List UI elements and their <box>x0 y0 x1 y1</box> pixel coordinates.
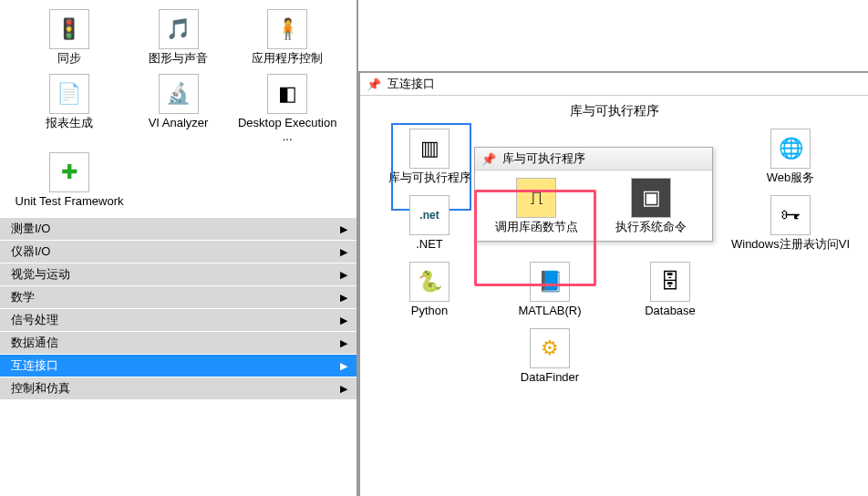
flyout-item-dotnet[interactable]: .net .NET <box>369 191 490 258</box>
report-gen-icon: 📄 <box>49 74 89 114</box>
chevron-right-icon: ▶ <box>340 360 347 372</box>
libraries-subflyout: 📌 库与可执行程序 ⎍ 调用库函数节点 ▣ 执行系统命令 <box>474 147 713 242</box>
chevron-right-icon: ▶ <box>340 246 347 258</box>
palette-item-graphics-sound[interactable]: 🎵 图形与声音 <box>124 5 233 70</box>
flyout-item-matlab[interactable]: 📘 MATLAB(R) <box>490 258 610 325</box>
chevron-right-icon: ▶ <box>340 292 347 304</box>
flyout-item-datafinder[interactable]: ⚙ DataFinder <box>490 325 610 391</box>
menu-connectivity[interactable]: 互连接口▶ <box>0 354 356 377</box>
pin-icon[interactable]: 📌 <box>366 78 382 90</box>
windows-registry-icon: 🗝 <box>770 195 811 235</box>
subflyout-item-system-exec[interactable]: ▣ 执行系统命令 <box>594 178 708 233</box>
label: DataFinder <box>490 370 610 384</box>
connectivity-flyout: 📌 互连接口 库与可执行程序 ▥ 库与可执行程序 🗔 🌐 Web服务 .net … <box>358 71 868 496</box>
label: 库与可执行程序 <box>369 170 490 184</box>
flyout-item-python[interactable]: 🐍 Python <box>369 258 490 325</box>
label: VI Analyzer <box>124 116 233 129</box>
flyout-item-web-services[interactable]: 🌐 Web服务 <box>730 125 851 191</box>
app-control-icon: 🧍 <box>267 9 307 49</box>
label: 测量I/O <box>11 221 50 237</box>
label: 信号处理 <box>11 312 58 328</box>
dotnet-icon: .net <box>409 195 450 235</box>
palette-item-sync[interactable]: 🚦 同步 <box>15 5 124 70</box>
web-services-icon: 🌐 <box>770 129 811 169</box>
menu-math[interactable]: 数学▶ <box>0 285 356 308</box>
label: Database <box>610 304 730 317</box>
palette-left-panel: 🚦 同步 🎵 图形与声音 🧍 应用程序控制 📄 报表生成 🔬 VI Analyz… <box>0 0 358 496</box>
database-icon: 🗄 <box>650 262 690 302</box>
label: MATLAB(R) <box>490 304 610 317</box>
libraries-icon: ▥ <box>409 129 450 169</box>
flyout-item-windows-registry[interactable]: 🗝 Windows注册表访问VI <box>730 191 851 258</box>
palette-item-desktop-exec[interactable]: ◧ Desktop Execution ... <box>232 70 342 149</box>
chevron-right-icon: ▶ <box>340 315 347 326</box>
flyout-item-database[interactable]: 🗄 Database <box>610 258 730 325</box>
subflyout-item-call-library-node[interactable]: ⎍ 调用库函数节点 <box>479 178 594 233</box>
datafinder-icon: ⚙ <box>530 328 570 368</box>
flyout-item-libraries-executables[interactable]: ▥ 库与可执行程序 <box>369 125 490 191</box>
menu-vision-motion[interactable]: 视觉与运动▶ <box>0 263 356 285</box>
label: Python <box>369 304 490 317</box>
label: 控制和仿真 <box>11 380 70 397</box>
label: 图形与声音 <box>124 51 233 65</box>
flyout-item-blank5 <box>369 325 490 391</box>
label: 应用程序控制 <box>232 51 342 65</box>
label: 视觉与运动 <box>11 266 70 283</box>
palette-item-unit-test[interactable]: ✚ Unit Test Framework <box>15 149 124 213</box>
chevron-right-icon: ▶ <box>340 337 347 349</box>
graphics-sound-icon: 🎵 <box>159 9 199 49</box>
menu-measurement-io[interactable]: 测量I/O▶ <box>0 217 356 240</box>
label: Unit Test Framework <box>15 194 124 208</box>
subflyout-title: 库与可执行程序 <box>502 150 585 167</box>
call-library-icon: ⎍ <box>516 178 556 218</box>
pin-icon[interactable]: 📌 <box>480 152 497 165</box>
label: 执行系统命令 <box>594 220 708 233</box>
label: 调用库函数节点 <box>479 220 594 233</box>
system-exec-icon: ▣ <box>631 178 671 218</box>
vi-analyzer-icon: 🔬 <box>159 74 199 114</box>
desktop-exec-icon: ◧ <box>267 74 307 114</box>
flyout-header: 📌 互连接口 <box>360 73 868 96</box>
unit-test-icon: ✚ <box>49 152 89 192</box>
section-title: 库与可执行程序 <box>366 101 863 125</box>
label: 数学 <box>11 289 35 305</box>
chevron-right-icon: ▶ <box>340 223 347 235</box>
chevron-right-icon: ▶ <box>340 383 347 395</box>
label: 数据通信 <box>11 335 58 351</box>
python-icon: 🐍 <box>409 262 450 302</box>
menu-instrument-io[interactable]: 仪器I/O▶ <box>0 240 356 263</box>
subflyout-header: 📌 库与可执行程序 <box>475 148 712 170</box>
icon-grid: 🚦 同步 🎵 图形与声音 🧍 应用程序控制 📄 报表生成 🔬 VI Analyz… <box>0 0 356 217</box>
label: .NET <box>369 237 490 251</box>
label: 仪器I/O <box>11 243 50 260</box>
matlab-icon: 📘 <box>530 262 570 302</box>
menu-data-comm[interactable]: 数据通信▶ <box>0 331 356 354</box>
flyout-title: 互连接口 <box>388 76 435 92</box>
category-menu: 测量I/O▶ 仪器I/O▶ 视觉与运动▶ 数学▶ 信号处理▶ 数据通信▶ 互连接… <box>0 217 356 399</box>
menu-signal-processing[interactable]: 信号处理▶ <box>0 308 356 331</box>
menu-control-sim[interactable]: 控制和仿真▶ <box>0 377 356 399</box>
chevron-right-icon: ▶ <box>340 269 347 281</box>
palette-item-app-control[interactable]: 🧍 应用程序控制 <box>232 5 342 70</box>
label: Web服务 <box>730 170 851 184</box>
flyout-item-blank4 <box>730 258 851 325</box>
label: 报表生成 <box>15 116 124 129</box>
label: Desktop Execution ... <box>232 116 342 143</box>
label: 互连接口 <box>11 357 58 374</box>
palette-item-vi-analyzer[interactable]: 🔬 VI Analyzer <box>124 70 233 149</box>
label: Windows注册表访问VI <box>730 237 851 251</box>
palette-item-report-gen[interactable]: 📄 报表生成 <box>15 70 124 149</box>
sync-icon: 🚦 <box>49 9 89 49</box>
label: 同步 <box>15 51 124 65</box>
